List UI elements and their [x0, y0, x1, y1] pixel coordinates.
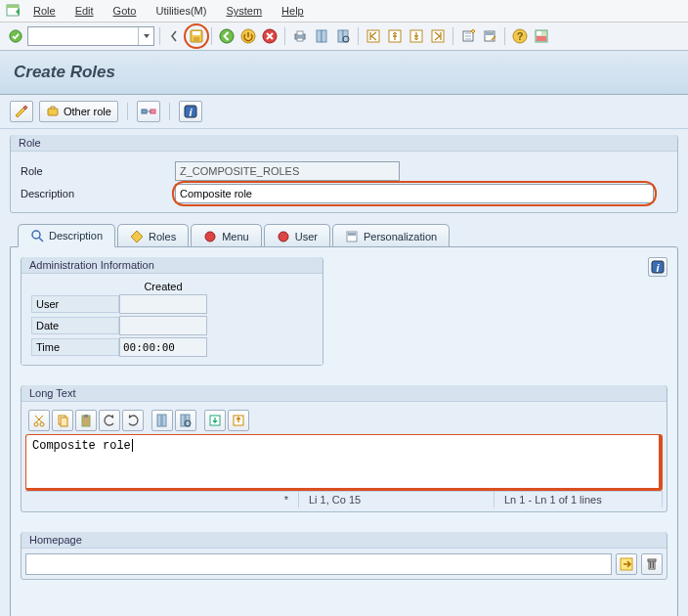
- long-text-title: Long Text: [22, 385, 666, 402]
- tab-personalization[interactable]: Personalization: [332, 224, 450, 247]
- next-page-button[interactable]: [407, 26, 426, 46]
- homepage-delete-button[interactable]: [641, 553, 663, 575]
- information-button[interactable]: i: [179, 101, 202, 122]
- application-toolbar: Other role i: [0, 95, 688, 129]
- load-local-button[interactable]: [204, 410, 226, 431]
- cut-button[interactable]: [28, 410, 50, 431]
- back-prev-icon[interactable]: [165, 26, 185, 46]
- svg-rect-38: [348, 233, 356, 236]
- magnifier-icon: [30, 229, 44, 242]
- main-content: Role Role Description Description Roles: [0, 129, 688, 616]
- menu-help[interactable]: Help: [274, 3, 312, 19]
- other-role-label: Other role: [64, 106, 111, 117]
- help-button[interactable]: ?: [510, 26, 530, 46]
- svg-rect-30: [142, 110, 147, 113]
- svg-rect-17: [367, 30, 379, 42]
- layout-button[interactable]: [532, 26, 551, 46]
- first-page-button[interactable]: [364, 26, 383, 46]
- admin-date-label: Date: [31, 317, 119, 334]
- svg-rect-28: [537, 36, 546, 41]
- long-text-toolbar: [25, 407, 663, 434]
- role-field[interactable]: [175, 161, 400, 181]
- redo-button[interactable]: [122, 410, 144, 431]
- homepage-go-button[interactable]: [616, 553, 637, 575]
- enter-button[interactable]: [6, 26, 25, 46]
- command-field[interactable]: [27, 26, 154, 46]
- admin-time-label: Time: [31, 338, 119, 356]
- svg-rect-29: [48, 109, 58, 115]
- inheritance-button[interactable]: [137, 101, 160, 122]
- shortcut-button[interactable]: [480, 26, 499, 46]
- svg-rect-56: [648, 559, 656, 561]
- menu-system[interactable]: System: [218, 3, 270, 19]
- find-button[interactable]: [312, 26, 331, 46]
- undo-button[interactable]: [99, 410, 120, 431]
- save-button[interactable]: [187, 26, 206, 46]
- long-text-groupbox: Long Text Composite role: [21, 385, 667, 512]
- window-menu-icon[interactable]: [6, 3, 22, 19]
- menu-goto[interactable]: Goto: [106, 3, 145, 19]
- copy-button[interactable]: [52, 410, 73, 431]
- long-text-content: Composite role: [32, 439, 133, 453]
- svg-point-35: [205, 232, 215, 242]
- svg-rect-23: [486, 32, 494, 35]
- other-role-button[interactable]: Other role: [39, 101, 118, 122]
- print-button[interactable]: [290, 26, 310, 46]
- tab-user[interactable]: User: [264, 224, 330, 247]
- tab-roles[interactable]: Roles: [117, 224, 189, 247]
- description-field[interactable]: [175, 184, 654, 203]
- svg-rect-13: [322, 30, 326, 42]
- svg-point-6: [220, 29, 234, 43]
- find-replace-button[interactable]: [175, 410, 196, 431]
- svg-rect-47: [157, 415, 161, 426]
- prev-page-button[interactable]: [385, 26, 405, 46]
- cancel-button[interactable]: [260, 26, 280, 46]
- svg-rect-44: [61, 418, 67, 426]
- tab-menu[interactable]: Menu: [191, 224, 262, 247]
- homepage-field[interactable]: [25, 553, 612, 575]
- status-modified: *: [25, 492, 299, 507]
- admin-time-value: [119, 337, 207, 357]
- svg-rect-1: [7, 5, 19, 8]
- svg-rect-12: [317, 30, 322, 42]
- tab-description[interactable]: Description: [18, 224, 115, 247]
- svg-rect-49: [181, 415, 185, 426]
- command-input[interactable]: [28, 27, 136, 45]
- find-text-button[interactable]: [151, 410, 173, 431]
- last-page-button[interactable]: [428, 26, 448, 46]
- toggle-display-change-button[interactable]: [10, 101, 33, 122]
- personalization-icon: [345, 230, 359, 243]
- created-heading: Created: [119, 281, 207, 292]
- role-label: Role: [21, 165, 167, 177]
- long-text-editor[interactable]: Composite role: [25, 434, 663, 491]
- homepage-groupbox: Homepage: [21, 532, 667, 580]
- command-dropdown-icon[interactable]: [138, 27, 153, 45]
- admin-user-value: [119, 294, 207, 314]
- svg-text:?: ?: [517, 30, 524, 42]
- status-position: Li 1, Co 15: [299, 492, 494, 507]
- svg-point-36: [279, 232, 288, 242]
- svg-rect-20: [432, 30, 444, 42]
- svg-rect-10: [297, 31, 303, 35]
- svg-rect-27: [537, 31, 541, 35]
- menu-role[interactable]: Role: [25, 3, 64, 19]
- homepage-title: Homepage: [22, 532, 666, 549]
- info-button[interactable]: i: [648, 257, 667, 277]
- exit-button[interactable]: [238, 26, 258, 46]
- description-label: Description: [21, 188, 167, 199]
- new-session-button[interactable]: [458, 26, 478, 46]
- svg-rect-48: [162, 415, 166, 426]
- svg-rect-4: [193, 31, 200, 35]
- diamond-yellow-icon: [130, 230, 144, 243]
- menu-edit[interactable]: Edit: [67, 3, 102, 19]
- admin-date-value: [119, 316, 207, 335]
- find-next-button[interactable]: [333, 26, 353, 46]
- role-group-title: Role: [11, 135, 677, 152]
- menu-utilities[interactable]: Utilities(M): [148, 3, 214, 19]
- back-button[interactable]: [217, 26, 236, 46]
- svg-point-34: [32, 231, 40, 239]
- status-red-icon: [277, 230, 290, 243]
- save-local-button[interactable]: [228, 410, 249, 431]
- svg-rect-46: [84, 415, 88, 418]
- paste-button[interactable]: [75, 410, 97, 431]
